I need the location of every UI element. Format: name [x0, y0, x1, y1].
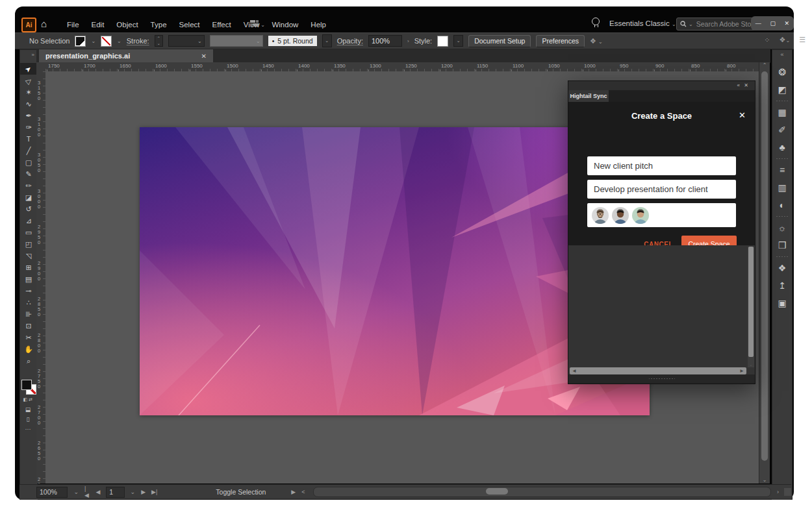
shaper-tool[interactable]: ✏	[20, 180, 37, 191]
maximize-button[interactable]: ▢	[770, 20, 776, 27]
panel-close-icon[interactable]: ✕	[744, 82, 750, 88]
canvas-vertical-scrollbar[interactable]: ⌃ ⌄	[759, 62, 770, 483]
menu-effect[interactable]: Effect	[212, 21, 231, 29]
artboard-number[interactable]: 1	[106, 487, 124, 498]
collaborator-avatar[interactable]	[612, 207, 629, 224]
scroll-up-icon[interactable]: ⌃	[763, 62, 767, 68]
shape-builder-tool[interactable]: ◰	[20, 238, 37, 250]
stroke-label[interactable]: Stroke:	[127, 37, 149, 45]
screen-mode-icon[interactable]: ▯	[19, 416, 36, 422]
tab-close-icon[interactable]: ✕	[201, 53, 207, 60]
appearance-panel[interactable]: ☼	[772, 219, 792, 236]
menu-edit[interactable]: Edit	[92, 21, 105, 29]
slice-tool[interactable]: ✂	[20, 332, 37, 343]
scrollbar-thumb[interactable]	[761, 71, 768, 461]
scrollbar-thumb[interactable]	[486, 488, 508, 495]
artboard-tool[interactable]: ⊡	[20, 320, 37, 332]
paintbrush-tool[interactable]: ✎	[20, 168, 37, 180]
type-tool[interactable]: T	[20, 133, 37, 145]
last-artboard-icon[interactable]: ▶|	[151, 489, 157, 495]
mesh-tool[interactable]: ⊞	[20, 262, 37, 273]
fill-swatch[interactable]	[21, 380, 32, 390]
gradient-tool[interactable]: ▤	[20, 273, 37, 285]
fill-color-swatch[interactable]	[75, 36, 86, 47]
free-transform-tool[interactable]: ▭	[20, 226, 37, 238]
hand-tool[interactable]: ✋	[20, 343, 37, 355]
transparency-panel[interactable]: ◐	[772, 196, 792, 214]
chevron-down-icon[interactable]: ⌄	[91, 38, 95, 44]
brush-chevron[interactable]: ⌄	[322, 34, 332, 47]
direct-selection-tool[interactable]: ▷	[20, 75, 37, 86]
fill-stroke-control[interactable]	[21, 380, 36, 394]
menu-select[interactable]: Select	[179, 21, 200, 29]
menu-list-icon[interactable]: ☰	[799, 36, 806, 44]
scroll-down-icon[interactable]: ⌄	[759, 477, 770, 483]
variable-width-profile-dropdown[interactable]: ⌄	[210, 35, 263, 47]
line-segment-tool[interactable]: ╱	[20, 145, 37, 156]
scale-tool[interactable]: ⊿	[20, 215, 37, 226]
first-artboard-icon[interactable]: |◀	[84, 485, 90, 498]
rotate-tool[interactable]: ↺	[20, 203, 37, 215]
artboard-dropdown-icon[interactable]: ⌄	[131, 489, 136, 495]
prev-artboard-icon[interactable]: ◀	[95, 489, 100, 495]
panel-resize-grip[interactable]	[568, 374, 755, 383]
zoom-dropdown-icon[interactable]: ⌄	[73, 489, 79, 495]
rectangle-tool[interactable]: ▢	[20, 156, 37, 168]
eraser-tool[interactable]: ◪	[20, 191, 37, 203]
stroke-weight-stepper[interactable]: ⌃⌄	[155, 35, 163, 47]
chevron-right-icon[interactable]: ›	[407, 38, 409, 44]
collaborator-avatar[interactable]	[632, 207, 649, 224]
layers-panel[interactable]: ❖	[772, 259, 792, 276]
stroke-color-swatch[interactable]	[101, 36, 112, 47]
opacity-value[interactable]: 100%	[368, 35, 402, 47]
pen-tool[interactable]: ✒	[20, 110, 37, 121]
lasso-tool[interactable]: ∿	[20, 98, 37, 110]
scrollbar-thumb[interactable]	[748, 247, 754, 357]
scroll-right-icon[interactable]: ›	[777, 489, 779, 495]
menu-help[interactable]: Help	[311, 21, 326, 29]
space-name-input[interactable]	[587, 156, 736, 175]
panel-vertical-scrollbar[interactable]: ⌄	[748, 247, 754, 367]
opacity-label[interactable]: Opacity:	[337, 37, 363, 45]
color-guide-panel[interactable]: ◩	[772, 80, 792, 98]
next-artboard-icon[interactable]: ▶	[141, 489, 146, 495]
collaborators-field[interactable]	[587, 203, 736, 227]
brush-definition-dropdown[interactable]: •5 pt. Round	[268, 36, 317, 46]
asset-export-panel[interactable]: ↥	[772, 276, 792, 294]
panel-flow-icon[interactable]: ❖ ⌄	[590, 37, 603, 45]
collaborator-avatar[interactable]	[592, 207, 609, 224]
eyedropper-tool[interactable]: ⊸	[20, 285, 37, 297]
scroll-left-icon[interactable]: <	[301, 489, 305, 495]
magic-wand-tool[interactable]: ✶	[20, 86, 37, 98]
workspace-switcher[interactable]: Essentials Classic ⌄	[609, 19, 676, 27]
select-similar-icon[interactable]: ⁘	[764, 36, 770, 44]
document-setup-button[interactable]: Document Setup	[468, 35, 531, 47]
gradient-panel[interactable]: ▥	[772, 178, 792, 196]
swatches-panel[interactable]: ▦	[772, 103, 792, 121]
dialog-close-icon[interactable]: ✕	[739, 110, 746, 120]
column-graph-tool[interactable]: ⊪	[20, 308, 37, 320]
stroke-weight-dropdown[interactable]: ⌄	[168, 35, 205, 47]
selection-tool[interactable]: ➤	[20, 63, 37, 75]
home-icon[interactable]: ⌂	[41, 18, 47, 29]
perspective-grid-tool[interactable]: ◹	[20, 250, 37, 262]
arrange-documents-icon[interactable]: ⌄	[250, 20, 265, 28]
symbol-sprayer-tool[interactable]: ∴	[20, 297, 37, 308]
status-options-icon[interactable]: ▶	[291, 489, 296, 495]
brushes-panel[interactable]: ✐	[772, 121, 792, 138]
zoom-level[interactable]: 100%	[36, 487, 68, 498]
curvature-tool[interactable]: ✑	[20, 121, 37, 133]
menu-object[interactable]: Object	[116, 21, 138, 29]
style-chevron[interactable]: ⌄	[453, 35, 463, 47]
collapse-icon[interactable]: «	[737, 82, 741, 88]
zoom-tool[interactable]: ⌕	[20, 355, 37, 367]
menu-window[interactable]: Window	[272, 21, 298, 29]
default-swap-swatch-icons[interactable]: ◧ ⇄	[19, 397, 36, 402]
graphic-styles-panel[interactable]: ❒	[772, 236, 792, 254]
stroke-panel[interactable]: ≡	[772, 161, 792, 178]
canvas-horizontal-scrollbar[interactable]	[313, 487, 771, 497]
panels-collapse-icon[interactable]: «	[772, 50, 792, 63]
edit-toolbar-icon[interactable]: ···	[19, 426, 36, 432]
hightail-sync-tab[interactable]: Hightail Sync	[568, 90, 609, 102]
symbols-panel[interactable]: ♣	[772, 138, 792, 156]
